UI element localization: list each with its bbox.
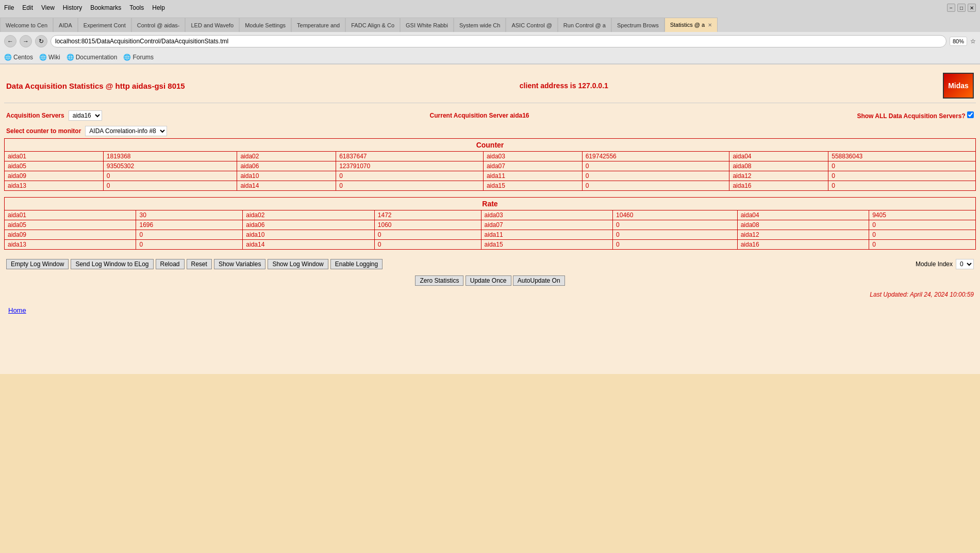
counter-node-label: aida03 <box>483 152 582 161</box>
tab-aida[interactable]: AIDA <box>53 18 78 32</box>
rate-node-value: 0 <box>869 240 976 250</box>
counter-node-value: 619742556 <box>582 152 729 161</box>
menu-history[interactable]: History <box>63 4 82 11</box>
zoom-level: 80% <box>950 37 967 46</box>
home-link[interactable]: Home <box>6 304 28 316</box>
rate-node-label: aida15 <box>481 240 612 250</box>
tab-gsi[interactable]: GSI White Rabbi <box>400 18 454 32</box>
server-select[interactable]: aida16 <box>69 110 102 121</box>
counter-node-value: 0 <box>828 161 976 171</box>
tab-spectrum[interactable]: Spectrum Brows <box>611 18 665 32</box>
counter-node-label: aida01 <box>5 152 104 161</box>
tab-experiment[interactable]: Experiment Cont <box>78 18 131 32</box>
rate-node-value: 9405 <box>869 210 976 220</box>
table-row: aida130aida140aida150aida160 <box>5 240 976 250</box>
menu-bookmarks[interactable]: Bookmarks <box>90 4 121 11</box>
rate-node-label: aida03 <box>481 210 612 220</box>
module-index-row: Module Index 0 <box>916 259 974 269</box>
rate-node-value: 1696 <box>136 220 243 230</box>
module-index-select[interactable]: 0 <box>956 259 974 269</box>
bookmark-centos[interactable]: 🌐 Centos <box>4 54 33 61</box>
table-row: aida011819368aida0261837647aida036197425… <box>5 152 976 161</box>
bookmark-wiki[interactable]: 🌐 Wiki <box>39 54 60 61</box>
rate-node-label: aida04 <box>737 210 869 220</box>
rate-node-label: aida08 <box>737 220 869 230</box>
counter-node-value: 1819368 <box>103 152 237 161</box>
rate-node-value: 0 <box>374 240 481 250</box>
tab-system[interactable]: System wide Ch <box>454 18 506 32</box>
table-row: aida0130aida021472aida0310460aida049405 <box>5 210 976 220</box>
tab-module[interactable]: Module Settings <box>239 18 291 32</box>
rate-node-value: 0 <box>613 220 738 230</box>
rate-node-value: 0 <box>374 230 481 240</box>
counter-node-value: 0 <box>828 181 976 191</box>
empty-log-button[interactable]: Empty Log Window <box>6 259 69 269</box>
counter-node-value: 0 <box>828 171 976 181</box>
counter-select[interactable]: AIDA Correlation-info #8 <box>85 126 167 136</box>
counter-node-label: aida14 <box>237 181 336 191</box>
tab-close-icon[interactable]: ✕ <box>708 22 712 28</box>
bookmark-forums[interactable]: 🌐 Forums <box>123 54 154 61</box>
tab-statistics[interactable]: Statistics @ a ✕ <box>665 18 718 32</box>
counter-node-value: 0 <box>103 171 237 181</box>
counter-node-value: 0 <box>103 181 237 191</box>
back-button[interactable]: ← <box>4 35 16 47</box>
table-row: aida130aida140aida150aida160 <box>5 181 976 191</box>
tab-led[interactable]: LED and Wavefo <box>185 18 239 32</box>
menu-bar[interactable]: File Edit View History Bookmarks Tools H… <box>4 4 165 11</box>
counter-node-value: 123791070 <box>336 161 484 171</box>
rate-node-value: 0 <box>869 220 976 230</box>
tab-temperature[interactable]: Temperature and <box>291 18 345 32</box>
update-once-button[interactable]: Update Once <box>466 275 511 286</box>
tab-run[interactable]: Run Control @ a <box>558 18 611 32</box>
menu-view[interactable]: View <box>41 4 55 11</box>
tab-fadc[interactable]: FADC Align & Co <box>345 18 400 32</box>
counter-node-label: aida13 <box>5 181 104 191</box>
bookmark-star-icon[interactable]: ☆ <box>970 38 976 45</box>
send-log-button[interactable]: Send Log Window to ELog <box>71 259 153 269</box>
counter-node-label: aida05 <box>5 161 104 171</box>
forward-button[interactable]: → <box>20 35 32 47</box>
reload-button[interactable]: Reload <box>156 259 185 269</box>
counter-node-value: 0 <box>336 181 484 191</box>
show-variables-button[interactable]: Show Variables <box>214 259 266 269</box>
rate-node-label: aida09 <box>5 230 136 240</box>
current-server-label: Current Acquisition Server aida16 <box>102 112 857 119</box>
zero-statistics-button[interactable]: Zero Statistics <box>415 275 463 286</box>
auto-update-button[interactable]: AutoUpdate On <box>513 275 565 286</box>
tab-welcome[interactable]: Welcome to Cen <box>0 18 53 32</box>
counter-node-value: 61837647 <box>336 152 484 161</box>
menu-tools[interactable]: Tools <box>129 4 144 11</box>
menu-help[interactable]: Help <box>152 4 165 11</box>
rate-node-value: 0 <box>136 230 243 240</box>
counter-node-value: 0 <box>582 171 729 181</box>
show-all-label: Show ALL Data Acquisition Servers? <box>857 111 974 120</box>
buttons-row: Empty Log Window Send Log Window to ELog… <box>4 256 976 272</box>
tab-control[interactable]: Control @ aidas- <box>131 18 186 32</box>
reload-button[interactable]: ↻ <box>35 35 47 47</box>
menu-edit[interactable]: Edit <box>22 4 33 11</box>
menu-file[interactable]: File <box>4 4 14 11</box>
rate-node-label: aida13 <box>5 240 136 250</box>
table-row: aida0593505302aida06123791070aida070aida… <box>5 161 976 171</box>
rate-section: Rate aida0130aida021472aida0310460aida04… <box>4 197 976 250</box>
rate-node-label: aida01 <box>5 210 136 220</box>
rate-node-value: 0 <box>613 230 738 240</box>
rate-node-label: aida16 <box>737 240 869 250</box>
counter-node-label: aida06 <box>237 161 336 171</box>
counter-node-value: 0 <box>582 161 729 171</box>
maximize-button[interactable]: □ <box>957 4 966 12</box>
select-counter-row: Select counter to monitor AIDA Correlati… <box>4 124 976 138</box>
reset-button[interactable]: Reset <box>187 259 212 269</box>
minimize-button[interactable]: − <box>947 4 955 12</box>
show-all-checkbox[interactable] <box>967 111 974 118</box>
show-log-button[interactable]: Show Log Window <box>268 259 328 269</box>
window-controls[interactable]: − □ ✕ <box>947 4 976 12</box>
title-bar: File Edit View History Bookmarks Tools H… <box>0 0 980 15</box>
url-input[interactable] <box>51 35 946 47</box>
bookmark-documentation[interactable]: 🌐 Documentation <box>67 54 118 61</box>
rate-section-title: Rate <box>4 197 976 210</box>
enable-logging-button[interactable]: Enable Logging <box>330 259 383 269</box>
tab-asic[interactable]: ASIC Control @ <box>506 18 557 32</box>
close-button[interactable]: ✕ <box>968 4 976 12</box>
